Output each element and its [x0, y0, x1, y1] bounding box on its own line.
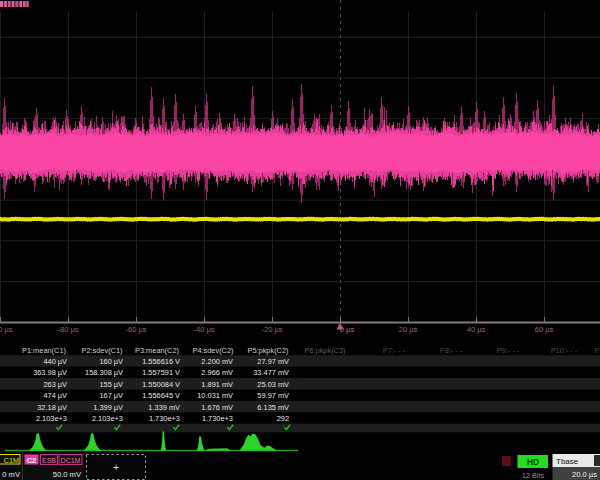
svg-text:20 µs: 20 µs [399, 325, 418, 334]
svg-text:2.103e+3: 2.103e+3 [36, 414, 67, 423]
svg-text:0 µs: 0 µs [340, 325, 355, 334]
svg-text:10.031 mV: 10.031 mV [197, 391, 233, 400]
svg-text:158.308 µV: 158.308 µV [85, 368, 123, 377]
svg-text:C1M: C1M [4, 456, 19, 465]
svg-text:-40 µs: -40 µs [194, 325, 215, 334]
svg-text:C2: C2 [27, 456, 36, 465]
svg-text:+: + [113, 461, 119, 473]
svg-text:1.676 mV: 1.676 mV [201, 403, 233, 412]
svg-text:-60 µs: -60 µs [126, 325, 147, 334]
svg-text:2.103e+3: 2.103e+3 [92, 414, 123, 423]
svg-text:167 µV: 167 µV [99, 391, 123, 400]
svg-text:1.550084 V: 1.550084 V [142, 380, 180, 389]
svg-text:160 µV: 160 µV [99, 357, 123, 366]
svg-text:1.556645 V: 1.556645 V [142, 391, 180, 400]
svg-text:P8:- - -: P8:- - - [440, 346, 463, 355]
svg-text:P9:- - -: P9:- - - [497, 346, 520, 355]
svg-text:1.730e+3: 1.730e+3 [202, 414, 233, 423]
svg-text:0 mV: 0 mV [2, 470, 21, 479]
svg-text:1.891 mV: 1.891 mV [201, 380, 233, 389]
svg-text:1.399 µV: 1.399 µV [93, 403, 123, 412]
svg-text:363.98 µV: 363.98 µV [33, 368, 67, 377]
svg-text:P7:- - -: P7:- - - [383, 346, 406, 355]
svg-text:-80 µs: -80 µs [58, 325, 79, 334]
svg-text:40 µs: 40 µs [467, 325, 486, 334]
svg-text:-100 µs: -100 µs [0, 325, 13, 334]
svg-text:20.0 µs: 20.0 µs [572, 470, 597, 479]
svg-text:59.97 mV: 59.97 mV [257, 391, 289, 400]
svg-text:155 µV: 155 µV [99, 380, 123, 389]
svg-text:ESB: ESB [42, 457, 56, 464]
svg-text:263 µV: 263 µV [43, 380, 67, 389]
svg-text:25.03 mV: 25.03 mV [257, 380, 289, 389]
svg-text:50.0 mV: 50.0 mV [53, 470, 82, 479]
svg-text:474 µV: 474 µV [43, 391, 67, 400]
svg-text:P3:mean(C2): P3:mean(C2) [135, 346, 179, 355]
svg-text:6.135 mV: 6.135 mV [257, 403, 289, 412]
svg-text:32.18 µV: 32.18 µV [37, 403, 67, 412]
svg-text:-20 µs: -20 µs [262, 325, 283, 334]
svg-text:P1: P1 [594, 346, 600, 355]
svg-text:P10:- - -: P10:- - - [551, 346, 578, 355]
svg-text:292: 292 [277, 414, 289, 423]
svg-text:DC1M: DC1M [61, 457, 81, 464]
svg-text:27.97 mV: 27.97 mV [257, 357, 289, 366]
svg-text:HD: HD [527, 457, 539, 467]
svg-text:P6:pkpk(C3): P6:pkpk(C3) [304, 346, 345, 355]
svg-text:60 µs: 60 µs [535, 325, 554, 334]
svg-text:1.730e+3: 1.730e+3 [149, 414, 180, 423]
svg-text:P4:sdev(C2): P4:sdev(C2) [192, 346, 233, 355]
svg-text:440 µV: 440 µV [43, 357, 67, 366]
svg-text:1.339 mV: 1.339 mV [148, 403, 180, 412]
svg-text:P2:sdev(C1): P2:sdev(C1) [81, 346, 122, 355]
svg-text:1.556616 V: 1.556616 V [142, 357, 180, 366]
svg-text:2.200 mV: 2.200 mV [201, 357, 233, 366]
svg-text:33.477 mV: 33.477 mV [253, 368, 289, 377]
svg-text:P5:pkpk(C2): P5:pkpk(C2) [247, 346, 288, 355]
svg-text:Tbase: Tbase [556, 457, 579, 466]
svg-text:2.966 mV: 2.966 mV [201, 368, 233, 377]
svg-text:1.557591 V: 1.557591 V [142, 368, 180, 377]
svg-text:P1:mean(C1): P1:mean(C1) [22, 346, 66, 355]
svg-text:12 Bits: 12 Bits [522, 471, 544, 480]
